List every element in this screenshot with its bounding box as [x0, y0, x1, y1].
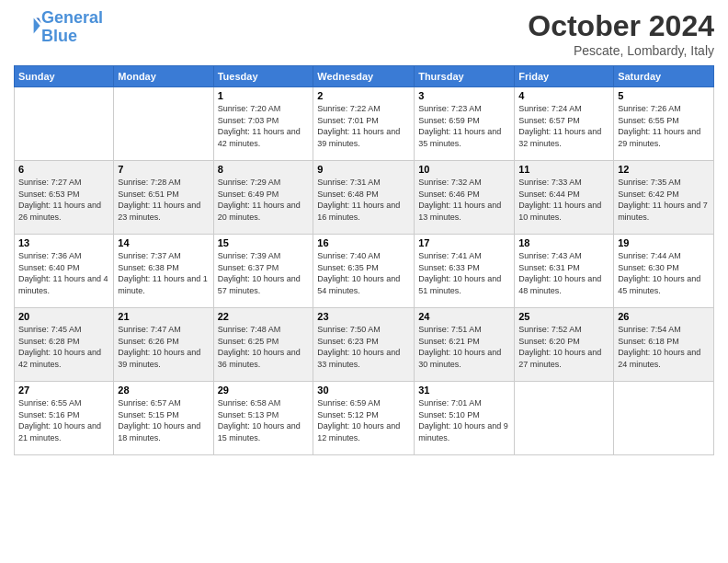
- logo-name: General Blue: [41, 9, 103, 46]
- day-info: Sunrise: 7:44 AM Sunset: 6:30 PM Dayligh…: [618, 250, 710, 296]
- day-number: 19: [618, 237, 710, 248]
- calendar-day-cell: 6Sunrise: 7:27 AM Sunset: 6:53 PM Daylig…: [15, 161, 114, 235]
- day-info: Sunrise: 6:58 AM Sunset: 5:13 PM Dayligh…: [218, 397, 310, 443]
- logo-general: General: [41, 8, 103, 27]
- calendar-day-cell: 3Sunrise: 7:23 AM Sunset: 6:59 PM Daylig…: [415, 87, 515, 161]
- day-number: 12: [618, 164, 710, 175]
- day-info: Sunrise: 7:37 AM Sunset: 6:38 PM Dayligh…: [118, 250, 209, 296]
- header: General Blue October 2024 Pescate, Lomba…: [14, 9, 714, 58]
- calendar-day-cell: 17Sunrise: 7:41 AM Sunset: 6:33 PM Dayli…: [415, 235, 515, 308]
- calendar-day-cell: 18Sunrise: 7:43 AM Sunset: 6:31 PM Dayli…: [515, 235, 614, 308]
- month-title: October 2024: [528, 9, 714, 43]
- calendar-week-row: 6Sunrise: 7:27 AM Sunset: 6:53 PM Daylig…: [15, 161, 714, 235]
- day-number: 16: [317, 237, 410, 248]
- calendar-day-cell: 4Sunrise: 7:24 AM Sunset: 6:57 PM Daylig…: [515, 87, 614, 161]
- day-info: Sunrise: 6:59 AM Sunset: 5:12 PM Dayligh…: [317, 397, 410, 443]
- day-number: 7: [118, 164, 209, 175]
- day-number: 9: [317, 164, 410, 175]
- calendar-day-cell: 11Sunrise: 7:33 AM Sunset: 6:44 PM Dayli…: [515, 161, 614, 235]
- calendar-day-cell: 14Sunrise: 7:37 AM Sunset: 6:38 PM Dayli…: [114, 235, 213, 308]
- day-number: 30: [317, 385, 410, 396]
- day-info: Sunrise: 7:51 AM Sunset: 6:21 PM Dayligh…: [418, 324, 510, 370]
- weekday-header: Wednesday: [313, 66, 415, 87]
- location: Pescate, Lombardy, Italy: [528, 43, 714, 58]
- day-number: 4: [518, 90, 609, 101]
- day-info: Sunrise: 7:54 AM Sunset: 6:18 PM Dayligh…: [618, 324, 710, 370]
- calendar-day-cell: 9Sunrise: 7:31 AM Sunset: 6:48 PM Daylig…: [313, 161, 415, 235]
- calendar-day-cell: 31Sunrise: 7:01 AM Sunset: 5:10 PM Dayli…: [415, 382, 515, 455]
- day-info: Sunrise: 7:47 AM Sunset: 6:26 PM Dayligh…: [118, 324, 209, 370]
- calendar-day-cell: [114, 87, 213, 161]
- day-number: 22: [218, 311, 310, 322]
- day-number: 26: [618, 311, 710, 322]
- day-info: Sunrise: 7:41 AM Sunset: 6:33 PM Dayligh…: [418, 250, 510, 296]
- day-number: 21: [118, 311, 209, 322]
- day-info: Sunrise: 7:32 AM Sunset: 6:46 PM Dayligh…: [418, 177, 510, 223]
- calendar-day-cell: 26Sunrise: 7:54 AM Sunset: 6:18 PM Dayli…: [614, 308, 714, 382]
- calendar-week-row: 1Sunrise: 7:20 AM Sunset: 7:03 PM Daylig…: [15, 87, 714, 161]
- calendar-week-row: 13Sunrise: 7:36 AM Sunset: 6:40 PM Dayli…: [15, 235, 714, 308]
- day-info: Sunrise: 7:36 AM Sunset: 6:40 PM Dayligh…: [18, 250, 109, 296]
- day-info: Sunrise: 7:35 AM Sunset: 6:42 PM Dayligh…: [618, 177, 710, 223]
- day-info: Sunrise: 7:24 AM Sunset: 6:57 PM Dayligh…: [518, 103, 609, 149]
- day-info: Sunrise: 7:01 AM Sunset: 5:10 PM Dayligh…: [418, 397, 510, 443]
- calendar-day-cell: 28Sunrise: 6:57 AM Sunset: 5:15 PM Dayli…: [114, 382, 213, 455]
- calendar-day-cell: 19Sunrise: 7:44 AM Sunset: 6:30 PM Dayli…: [614, 235, 714, 308]
- calendar-day-cell: 12Sunrise: 7:35 AM Sunset: 6:42 PM Dayli…: [614, 161, 714, 235]
- title-section: October 2024 Pescate, Lombardy, Italy: [528, 9, 714, 58]
- day-info: Sunrise: 6:57 AM Sunset: 5:15 PM Dayligh…: [118, 397, 209, 443]
- day-info: Sunrise: 7:22 AM Sunset: 7:01 PM Dayligh…: [317, 103, 410, 149]
- day-info: Sunrise: 7:28 AM Sunset: 6:51 PM Dayligh…: [118, 177, 209, 223]
- day-info: Sunrise: 7:31 AM Sunset: 6:48 PM Dayligh…: [317, 177, 410, 223]
- day-number: 1: [218, 90, 310, 101]
- calendar-day-cell: 7Sunrise: 7:28 AM Sunset: 6:51 PM Daylig…: [114, 161, 213, 235]
- day-info: Sunrise: 7:20 AM Sunset: 7:03 PM Dayligh…: [218, 103, 310, 149]
- weekday-header: Tuesday: [213, 66, 313, 87]
- page: General Blue October 2024 Pescate, Lomba…: [0, 0, 728, 563]
- day-info: Sunrise: 7:33 AM Sunset: 6:44 PM Dayligh…: [518, 177, 609, 223]
- calendar-day-cell: [614, 382, 714, 455]
- calendar-table: SundayMondayTuesdayWednesdayThursdayFrid…: [14, 65, 714, 455]
- logo: General Blue: [14, 9, 103, 46]
- day-info: Sunrise: 7:52 AM Sunset: 6:20 PM Dayligh…: [518, 324, 609, 370]
- calendar-day-cell: 2Sunrise: 7:22 AM Sunset: 7:01 PM Daylig…: [313, 87, 415, 161]
- day-number: 29: [218, 385, 310, 396]
- day-info: Sunrise: 7:40 AM Sunset: 6:35 PM Dayligh…: [317, 250, 410, 296]
- day-number: 6: [18, 164, 109, 175]
- logo-blue: Blue: [41, 27, 77, 45]
- day-number: 5: [618, 90, 710, 101]
- day-info: Sunrise: 7:50 AM Sunset: 6:23 PM Dayligh…: [317, 324, 410, 370]
- day-info: Sunrise: 7:39 AM Sunset: 6:37 PM Dayligh…: [218, 250, 310, 296]
- day-number: 18: [518, 237, 609, 248]
- weekday-header: Sunday: [15, 66, 114, 87]
- calendar-day-cell: 15Sunrise: 7:39 AM Sunset: 6:37 PM Dayli…: [213, 235, 313, 308]
- calendar-day-cell: 25Sunrise: 7:52 AM Sunset: 6:20 PM Dayli…: [515, 308, 614, 382]
- calendar-day-cell: 1Sunrise: 7:20 AM Sunset: 7:03 PM Daylig…: [213, 87, 313, 161]
- day-number: 13: [18, 237, 109, 248]
- day-info: Sunrise: 7:27 AM Sunset: 6:53 PM Dayligh…: [18, 177, 109, 223]
- day-number: 20: [18, 311, 109, 322]
- day-number: 23: [317, 311, 410, 322]
- weekday-header: Saturday: [614, 66, 714, 87]
- day-info: Sunrise: 7:48 AM Sunset: 6:25 PM Dayligh…: [218, 324, 310, 370]
- day-number: 8: [218, 164, 310, 175]
- calendar-week-row: 27Sunrise: 6:55 AM Sunset: 5:16 PM Dayli…: [15, 382, 714, 455]
- calendar-day-cell: 24Sunrise: 7:51 AM Sunset: 6:21 PM Dayli…: [415, 308, 515, 382]
- calendar-day-cell: 5Sunrise: 7:26 AM Sunset: 6:55 PM Daylig…: [614, 87, 714, 161]
- day-number: 3: [418, 90, 510, 101]
- day-number: 27: [18, 385, 109, 396]
- day-number: 11: [518, 164, 609, 175]
- day-info: Sunrise: 7:29 AM Sunset: 6:49 PM Dayligh…: [218, 177, 310, 223]
- weekday-header: Thursday: [415, 66, 515, 87]
- weekday-header: Friday: [515, 66, 614, 87]
- calendar-day-cell: 29Sunrise: 6:58 AM Sunset: 5:13 PM Dayli…: [213, 382, 313, 455]
- day-info: Sunrise: 7:23 AM Sunset: 6:59 PM Dayligh…: [418, 103, 510, 149]
- day-number: 31: [418, 385, 510, 396]
- day-number: 25: [518, 311, 609, 322]
- day-number: 24: [418, 311, 510, 322]
- calendar-day-cell: 13Sunrise: 7:36 AM Sunset: 6:40 PM Dayli…: [15, 235, 114, 308]
- day-info: Sunrise: 7:26 AM Sunset: 6:55 PM Dayligh…: [618, 103, 710, 149]
- calendar-day-cell: 27Sunrise: 6:55 AM Sunset: 5:16 PM Dayli…: [15, 382, 114, 455]
- day-number: 17: [418, 237, 510, 248]
- calendar-day-cell: [15, 87, 114, 161]
